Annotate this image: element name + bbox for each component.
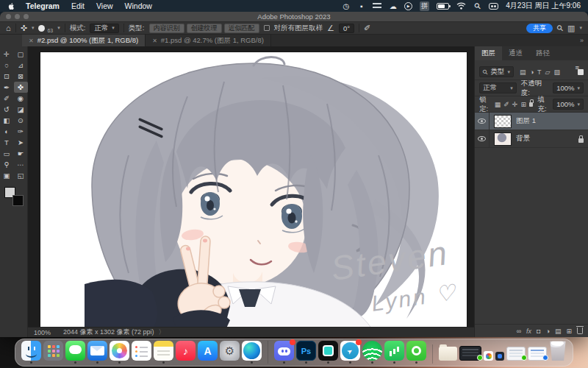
mode-dropdown[interactable]: 正常 ▾ (90, 24, 119, 33)
clone-stamp-tool-icon[interactable]: ◉ (14, 93, 28, 104)
green-app-dock-icon[interactable] (406, 341, 426, 364)
clock-widget-icon[interactable]: ◷ (342, 1, 350, 10)
music-bars-dock-icon[interactable] (384, 341, 404, 364)
home-icon[interactable]: ⌂ (6, 24, 11, 32)
eyedropper-tool-icon[interactable]: ✒ (0, 82, 14, 93)
type-create-texture[interactable]: 创建纹理 (187, 24, 222, 33)
filter-toggle-icon[interactable] (578, 69, 584, 75)
history-brush-tool-icon[interactable]: ↺ (0, 104, 14, 115)
doc-tab-1[interactable]: ✕ #1.psd @ 42.7% (图层 1, RGB/8) (146, 35, 271, 46)
photoshop-dock-icon[interactable]: Ps (296, 341, 316, 364)
move-tool-icon[interactable]: ✛ (0, 49, 14, 60)
menu-edit[interactable]: Edit (71, 1, 85, 10)
menu-window[interactable]: Window (125, 1, 152, 10)
layer-row-background[interactable]: 背景 (475, 130, 588, 148)
spot-healing-brush-tool-icon[interactable]: ✜ (14, 82, 28, 93)
control-center-icon[interactable] (489, 3, 498, 10)
layer-name[interactable]: 背景 (516, 134, 574, 144)
layer-effects-icon[interactable]: fx (526, 328, 531, 335)
layer-mask-icon[interactable]: ◘ (537, 328, 540, 335)
menu-view[interactable]: View (96, 1, 113, 10)
appstore-dock-icon[interactable]: A (198, 341, 218, 364)
trash-dock-icon[interactable] (549, 340, 567, 364)
wifi-icon[interactable] (456, 1, 466, 10)
minimized-window-light2-dock-icon[interactable] (528, 347, 547, 364)
adjustment-layer-icon[interactable]: ◑ (546, 328, 550, 335)
close-tab-icon[interactable]: ✕ (29, 38, 34, 44)
document-canvas-artwork[interactable]: Steven Lynn ♡ (40, 52, 467, 330)
new-layer-icon[interactable]: ⊞ (566, 328, 572, 335)
menubar-clock[interactable]: 4月23日 周日 上午9:06 (506, 1, 581, 11)
layer-thumbnail[interactable] (494, 115, 512, 128)
eraser-tool-icon[interactable]: ◪ (14, 104, 28, 115)
mini-blue-app-dock-icon[interactable] (495, 352, 504, 364)
panel-collapse-icon[interactable]: » (580, 37, 584, 44)
crop-tool-icon[interactable]: ⊡ (0, 71, 14, 82)
gradient-tool-icon[interactable]: ◧ (0, 115, 14, 126)
layer-thumbnail[interactable] (494, 132, 512, 146)
layer-group-icon[interactable]: ▤ (555, 328, 562, 335)
canvas-area[interactable]: Steven Lynn ♡ 100% 2044 像素 x 1302 像素 (72… (28, 46, 474, 337)
now-playing-icon[interactable]: ▶ (404, 2, 412, 10)
share-button[interactable]: 共享 (526, 24, 553, 33)
finder-dock-icon[interactable] (21, 341, 41, 364)
pinyin-input-icon[interactable]: 拼 (420, 1, 429, 11)
angle-input[interactable]: 0° (339, 24, 354, 33)
brush-picker-caret-icon[interactable]: ▾ (57, 25, 60, 31)
brush-preview-icon[interactable] (38, 25, 45, 32)
blur-tool-icon[interactable]: ⊙ (14, 115, 28, 126)
messages-dock-icon[interactable] (65, 341, 85, 364)
lock-pixels-icon[interactable]: ✐ (503, 101, 509, 108)
layer-name[interactable]: 图层 1 (516, 116, 584, 126)
dodge-tool-icon[interactable]: ◐ (0, 126, 14, 137)
discord-dock-icon[interactable] (268, 341, 294, 364)
tool-preset-caret-icon[interactable]: ▾ (32, 25, 35, 31)
path-select-tool-icon[interactable]: ➤ (14, 137, 28, 148)
spotify-dock-icon[interactable] (362, 341, 382, 364)
pen-pressure-icon[interactable]: ✐ (364, 24, 370, 32)
battery-icon[interactable] (437, 3, 449, 10)
lock-all-icon[interactable] (529, 102, 533, 107)
app-widget-icon[interactable]: ▪ (357, 1, 365, 10)
panel-tab-layers[interactable]: 图层 (475, 46, 502, 60)
delete-layer-icon[interactable] (577, 328, 583, 334)
stats-widget-icon[interactable] (373, 1, 381, 10)
edit-toolbar-icon[interactable]: ⋯ (14, 159, 28, 170)
link-layers-icon[interactable]: ∞ (517, 328, 521, 335)
lock-position-icon[interactable]: ✛ (512, 101, 518, 108)
frame-tool-icon[interactable]: ⊠ (14, 71, 28, 82)
filter-pixel-layers-icon[interactable]: ▤ (520, 68, 526, 76)
launchpad-dock-icon[interactable] (43, 341, 63, 364)
brush-tool-icon[interactable]: ✐ (0, 93, 14, 104)
capcut-dock-icon[interactable] (318, 341, 338, 364)
minimized-window-light-dock-icon[interactable] (506, 347, 526, 364)
type-content-aware[interactable]: 内容识别 (149, 24, 184, 33)
settings-dock-icon[interactable]: ⚙ (220, 341, 240, 364)
telegram-dock-icon[interactable]: ➤ (340, 341, 360, 364)
hand-tool-icon[interactable]: ☛ (14, 148, 28, 159)
filter-shape-layers-icon[interactable]: ▱ (545, 68, 551, 76)
type-tool-icon[interactable]: T (0, 137, 14, 148)
object-selection-tool-icon[interactable]: ⊿ (14, 60, 28, 71)
icloud-icon[interactable]: ☁ (389, 1, 397, 10)
reminders-dock-icon[interactable] (132, 341, 151, 364)
active-tool-icon[interactable]: ✜ (21, 24, 27, 32)
apple-menu-icon[interactable] (7, 2, 15, 10)
zoom-tool-icon[interactable]: ⚲ (0, 159, 14, 170)
blend-mode-dropdown[interactable]: 正常▾ (479, 82, 517, 93)
fill-dropdown[interactable]: 100%▾ (553, 99, 584, 110)
opacity-dropdown[interactable]: 100%▾ (553, 82, 584, 93)
spotlight-icon[interactable]: ⚲ (472, 0, 484, 12)
lock-transparent-icon[interactable]: ▦ (495, 101, 501, 108)
panel-tab-channels[interactable]: 通道 (502, 46, 529, 60)
filter-smart-objects-icon[interactable]: ▨ (553, 68, 560, 76)
type-proximity-match[interactable]: 近似匹配 (224, 24, 259, 33)
minimized-window-dark-dock-icon[interactable] (459, 346, 481, 364)
music-dock-icon[interactable]: ♪ (176, 341, 196, 364)
window-titlebar[interactable]: Adobe Photoshop 2023 (0, 12, 588, 22)
photos-dock-icon[interactable] (110, 341, 129, 364)
sample-all-layers-checkbox[interactable] (264, 25, 270, 31)
lasso-tool-icon[interactable]: ○ (0, 60, 14, 71)
marquee-tool-icon[interactable]: ▢ (14, 49, 28, 60)
search-icon[interactable]: ⚲ (555, 23, 564, 32)
